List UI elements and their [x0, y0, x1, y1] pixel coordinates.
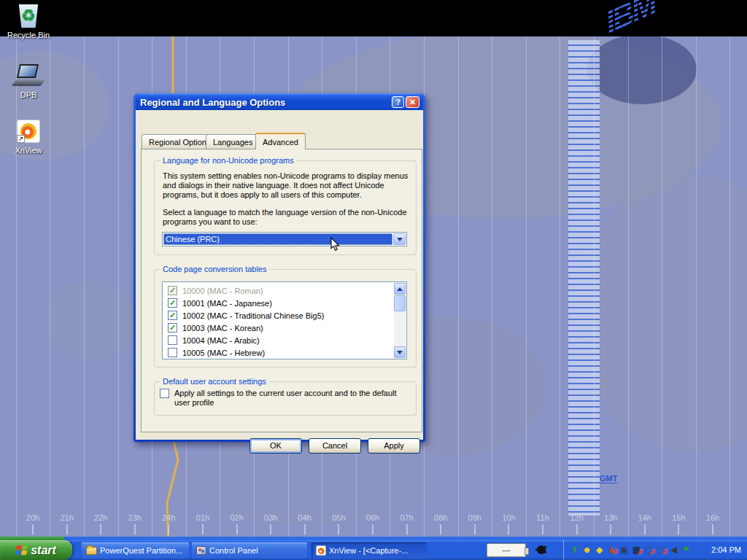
task-label: Control Panel: [209, 546, 258, 555]
code-page-label: 10001 (MAC - Japanese): [182, 299, 272, 308]
ibm-logo: IBM: [603, 0, 658, 42]
checkbox[interactable]: [168, 348, 177, 357]
icon-label: XnView: [1, 146, 56, 155]
taskbar-button-control-panel[interactable]: Control Panel: [192, 542, 307, 559]
timezone-separator: [662, 36, 662, 537]
code-page-row[interactable]: 10004 (MAC - Arabic): [163, 334, 394, 346]
close-button[interactable]: ✕: [406, 96, 419, 108]
timezone-separator: [560, 36, 560, 537]
network-computers-icon[interactable]: ▣: [619, 545, 630, 556]
start-button[interactable]: start: [0, 540, 72, 560]
icon-label: DPB: [1, 90, 56, 99]
checkbox[interactable]: ✓: [168, 311, 177, 320]
xnview-icon: ↗: [17, 120, 40, 143]
taskbar-button-xnview[interactable]: XnView - [<Capture-...: [311, 542, 427, 559]
network-disconnected-icon[interactable]: ◱✗: [643, 545, 654, 556]
timezone-tick: [100, 524, 101, 534]
timezone-label: 11h: [536, 513, 549, 522]
code-page-label: 10004 (MAC - Arabic): [182, 336, 260, 345]
timezone-label: 04h: [298, 513, 311, 522]
timezone-label: 05h: [332, 513, 345, 522]
code-page-label: 10005 (MAC - Hebrew): [182, 349, 265, 357]
ok-button[interactable]: OK: [249, 438, 302, 454]
taskbar-clock[interactable]: 2:04 PM: [711, 540, 741, 560]
timezone-tick: [678, 524, 679, 534]
apply-all-settings-checkbox[interactable]: [160, 389, 169, 398]
help-button[interactable]: ?: [392, 96, 404, 108]
tab-languages[interactable]: Languages: [206, 134, 260, 149]
code-page-listbox[interactable]: ✓10000 (MAC - Roman)✓10001 (MAC - Japane…: [162, 281, 407, 359]
timezone-label: 07h: [400, 513, 413, 522]
display-flag-icon[interactable]: ⚑: [681, 545, 692, 556]
chevron-down-icon: [397, 238, 403, 241]
timezone-tick: [202, 524, 204, 534]
wireless-off-icon[interactable]: ◳✗: [656, 545, 667, 556]
code-page-row[interactable]: ✓10000 (MAC - Roman): [163, 284, 394, 297]
checkbox[interactable]: ✓: [168, 323, 177, 332]
group-title: Language for non-Unicode programs: [160, 156, 296, 165]
red-x-overlay-icon: ✗: [613, 547, 619, 558]
timezone-separator: [628, 36, 629, 537]
wallpaper-scale-strip: [568, 40, 600, 516]
desktop-icon-dpb[interactable]: DPB: [1, 63, 56, 99]
xnview-icon: [316, 545, 326, 556]
checkbox[interactable]: ✓: [168, 286, 177, 295]
gmt-label: GMT: [600, 474, 617, 483]
timezone-label: 22h: [94, 513, 107, 522]
checkbox[interactable]: [168, 335, 177, 345]
laptop-icon: [14, 64, 43, 88]
windows-flag-icon: [15, 545, 28, 556]
timezone-separator: [696, 36, 697, 537]
timezone-label: 03h: [264, 513, 277, 522]
non-unicode-group: Language for non-Unicode programs This s…: [154, 160, 417, 255]
timezone-separator: [526, 36, 527, 537]
timezone-tick: [576, 524, 578, 534]
taskbar-button-powerquest[interactable]: PowerQuest Partition...: [82, 542, 189, 559]
scheduler-disabled-icon[interactable]: ▦✗: [631, 545, 642, 556]
timezone-separator: [16, 36, 17, 537]
listbox-scrollbar[interactable]: [394, 283, 406, 358]
dialog-title: Regional and Language Options: [140, 97, 390, 108]
timezone-separator: [729, 36, 730, 537]
timezone-label: 16h: [706, 513, 719, 522]
checkbox[interactable]: ✓: [168, 298, 177, 308]
battery-meter[interactable]: ---: [487, 543, 526, 557]
tab-advanced[interactable]: Advanced: [255, 133, 306, 149]
task-label: PowerQuest Partition...: [100, 546, 182, 555]
desktop-icon-xnview[interactable]: ↗ XnView: [1, 118, 56, 155]
timezone-tick: [32, 524, 34, 534]
scroll-down-button[interactable]: [394, 346, 406, 358]
remove-hardware-icon[interactable]: ⬆: [569, 545, 580, 556]
combobox-dropdown-button[interactable]: [393, 233, 406, 245]
desktop-icon-recycle-bin[interactable]: ♻ Recycle Bin: [1, 3, 56, 39]
timezone-label: 10h: [502, 513, 515, 522]
timezone-tick: [168, 524, 169, 534]
volume-icon[interactable]: ◀: [668, 545, 679, 556]
code-page-row[interactable]: ✓10001 (MAC - Japanese): [163, 297, 394, 309]
timezone-label: 08h: [434, 513, 447, 522]
code-page-list: ✓10000 (MAC - Roman)✓10001 (MAC - Japane…: [163, 283, 394, 358]
diamond-utility-icon[interactable]: ◆: [594, 545, 605, 556]
timezone-tick: [474, 524, 476, 534]
code-page-row[interactable]: 10005 (MAC - Hebrew): [163, 346, 394, 358]
code-page-row[interactable]: ✓10003 (MAC - Korean): [163, 322, 394, 334]
ac-power-plug-icon[interactable]: [535, 544, 550, 556]
timezone-tick: [712, 524, 713, 534]
scroll-up-button[interactable]: [394, 283, 406, 295]
dialog-titlebar[interactable]: Regional and Language Options ? ✕: [136, 93, 423, 111]
language-combobox[interactable]: Chinese (PRC): [162, 232, 407, 246]
select-language-prompt: Select a language to match the language …: [163, 208, 412, 227]
mouse-cursor: [330, 237, 340, 252]
messenger-icon[interactable]: ☻: [581, 545, 592, 556]
timezone-separator: [492, 36, 492, 537]
scrollbar-thumb[interactable]: [394, 295, 406, 311]
code-page-row[interactable]: ✓10002 (MAC - Traditional Chinese Big5): [163, 309, 394, 322]
timezone-label: 21h: [60, 513, 73, 522]
apply-button[interactable]: Apply: [368, 438, 420, 454]
cancel-button[interactable]: Cancel: [309, 438, 361, 454]
chevron-up-icon: [397, 287, 403, 291]
group-title: Code page conversion tables: [160, 265, 268, 273]
timezone-tick: [644, 524, 646, 534]
red-x-overlay-icon: ✗: [662, 547, 668, 558]
offline-users-icon[interactable]: ♟✗: [606, 545, 617, 556]
